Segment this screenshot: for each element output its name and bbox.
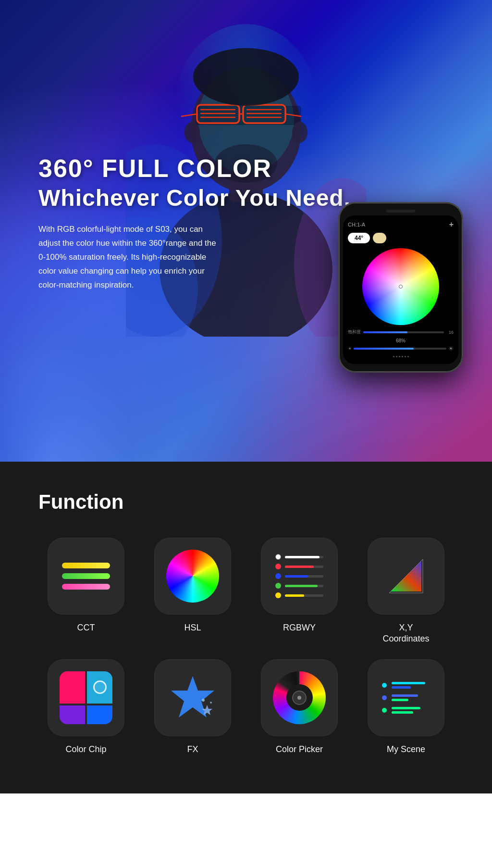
rgbwy-row-yellow [275,592,323,598]
saturation-label: 饱和度 [348,329,361,335]
function-grid: CCT HSL [38,538,454,755]
color-picker-icon-box [261,659,338,736]
hero-text-block: 360° FULL COLOR Whichever Color You Need… [38,154,365,292]
hsl-label: HSL [184,622,201,633]
scene-row-1 [382,682,430,689]
scene-lines-1 [392,682,425,689]
scene-line-medium-1 [392,686,411,689]
fx-star-svg [169,674,217,722]
brightness-percent: 68% [348,338,454,343]
phone-dot-5 [405,356,406,357]
cct-label: CCT [77,622,95,633]
color-chip-icon [60,671,112,724]
xy-icon-box [368,538,444,615]
rgbwy-track-white [285,556,323,558]
phone-header: CH:1-A + [348,220,454,229]
rgbwy-icon-box [261,538,338,615]
rgbwy-icon [275,554,323,598]
hero-title-line2: Whichever Color You Need... [38,185,365,211]
phone-dot-2 [396,356,397,357]
picker-dot [297,696,301,700]
function-section: Function CCT HSL [0,462,492,793]
function-item-color-chip[interactable]: Color Chip [38,659,134,755]
chip-quadrant-purple [60,705,85,724]
hero-section: 360° FULL COLOR Whichever Color You Need… [0,0,492,462]
color-wheel-container [348,248,454,325]
phone-mockup: CH:1-A + 44° 饱和度 [338,202,463,373]
phone-tabs: 44° [348,233,454,243]
rgbwy-track-red [285,566,323,568]
rgbwy-row-white [275,554,323,560]
phone-nav-dots [348,356,454,357]
color-chip-icon-box [48,659,124,736]
phone-channel-label: CH:1-A [348,222,365,227]
phone-tab-angle[interactable]: 44° [348,233,370,243]
color-picker-label: Color Picker [276,744,323,755]
picker-inner-ring [286,684,313,711]
saturation-slider-row: 饱和度 16 [348,329,454,335]
function-item-cct[interactable]: CCT [38,538,134,645]
rgbwy-dot-white [275,554,281,560]
chip-quadrant-blue [87,705,112,724]
function-item-rgbwy[interactable]: RGBWY [252,538,347,645]
rgbwy-label: RGBWY [283,622,316,633]
function-item-fx[interactable]: FX [145,659,240,755]
saturation-fill [363,331,407,333]
function-item-xy[interactable]: X,YCoordinates [358,538,454,645]
color-chip-label: Color Chip [65,744,106,755]
phone-sliders: 饱和度 16 68% ☀ ☀ [348,329,454,352]
cct-bar-green [62,573,110,579]
color-picker-icon [273,671,326,724]
hero-description: With RGB colorful-light mode of S03, you… [38,223,221,292]
scene-line-medium-3 [392,711,413,714]
phone-frame: CH:1-A + 44° 饱和度 [338,202,463,373]
phone-tab-color[interactable] [373,233,386,243]
scene-row-2 [382,694,430,701]
fx-label: FX [187,744,198,755]
svg-point-21 [292,122,308,143]
rgbwy-dot-yellow [275,592,281,598]
phone-notch-bar [343,209,458,214]
rgbwy-row-red [275,564,323,569]
phone-dot-6 [407,356,409,357]
function-title: Function [38,491,454,514]
my-scene-icon-box [368,659,444,736]
saturation-value: 16 [446,330,454,335]
xy-icon-svg [382,552,430,600]
chip-circle [93,680,107,694]
scene-row-3 [382,707,430,714]
fx-icon-box [154,659,231,736]
cct-icon-box [48,538,124,615]
scene-lines-2 [392,694,418,701]
rgbwy-dot-green [275,583,281,589]
saturation-track[interactable] [363,331,444,333]
phone-notch [386,210,415,213]
scene-line-long-3 [392,707,420,709]
rgbwy-track-green [285,585,323,587]
scene-bullet-2 [382,695,387,700]
function-item-hsl[interactable]: HSL [145,538,240,645]
brightness-fill [354,348,414,350]
svg-marker-26 [391,561,421,591]
scene-line-medium-2 [392,694,418,697]
svg-point-20 [184,122,200,143]
phone-dot-1 [393,356,394,357]
function-item-color-picker[interactable]: Color Picker [252,659,347,755]
hsl-wheel-icon [166,550,219,603]
fx-icon [169,674,217,722]
color-wheel[interactable] [362,248,439,325]
brightness-slider-row: ☀ ☀ [348,345,454,352]
chip-quadrant-pink [60,671,85,704]
scene-lines-3 [392,707,420,714]
phone-add-icon: + [449,220,454,229]
rgbwy-track-yellow [285,594,323,597]
picker-center [292,691,307,705]
brightness-track[interactable] [354,348,446,350]
function-item-my-scene[interactable]: My Scene [358,659,454,755]
cct-bar-pink [62,584,110,590]
phone-dot-4 [402,356,403,357]
xy-label: X,YCoordinates [382,622,429,645]
scene-bullet-3 [382,708,387,713]
rgbwy-track-blue [285,575,323,578]
my-scene-label: My Scene [387,744,425,755]
